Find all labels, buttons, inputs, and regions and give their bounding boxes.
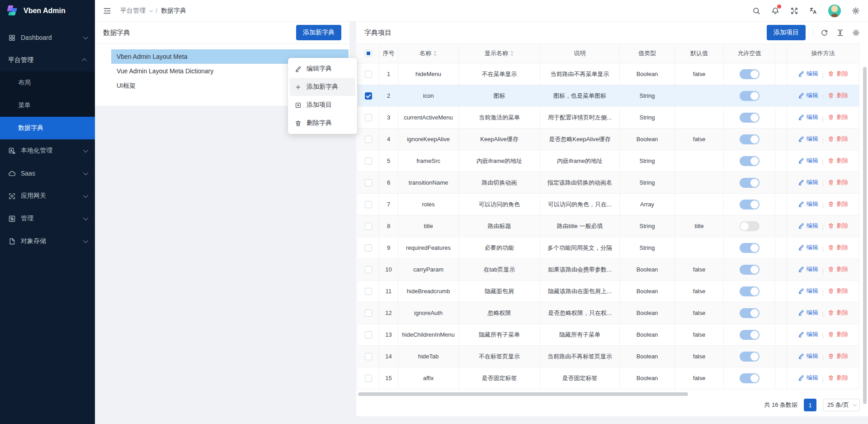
delete-button[interactable]: 删除 — [828, 374, 848, 382]
edit-button[interactable]: 编辑 — [798, 157, 818, 165]
edit-button[interactable]: 编辑 — [798, 287, 818, 295]
breadcrumb-current[interactable]: 数据字典 — [161, 7, 186, 15]
row-checkbox[interactable] — [365, 266, 372, 273]
row-checkbox[interactable] — [365, 223, 372, 230]
delete-button[interactable]: 删除 — [828, 309, 848, 317]
table-settings-icon[interactable] — [852, 29, 860, 37]
avatar[interactable] — [828, 5, 841, 17]
edit-button[interactable]: 编辑 — [798, 330, 818, 338]
select-all-checkbox[interactable] — [365, 50, 372, 57]
delete-button[interactable]: 删除 — [828, 113, 848, 121]
delete-button[interactable]: 删除 — [828, 352, 848, 360]
table-row[interactable]: 11hideBreadcrumb隐藏面包屑隐藏该路由在面包屑上...Boolea… — [358, 281, 859, 302]
vertical-scrollbar[interactable] — [863, 67, 867, 404]
edit-button[interactable]: 编辑 — [798, 113, 818, 121]
allow-empty-toggle[interactable] — [740, 178, 760, 188]
allow-empty-toggle[interactable] — [740, 113, 760, 123]
table-row[interactable]: 12ignoreAuth忽略权限是否忽略权限，只在权...Booleanfals… — [358, 302, 859, 324]
edit-button[interactable]: 编辑 — [798, 374, 818, 382]
allow-empty-toggle[interactable] — [740, 330, 760, 340]
table-row[interactable]: 4ignoreKeepAliveKeepAlive缓存是否忽略KeepAlive… — [358, 129, 859, 150]
delete-button[interactable]: 删除 — [828, 157, 848, 165]
sidebar-item-Dashboard[interactable]: Dashboard — [0, 26, 95, 49]
context-menu-item[interactable]: 编辑字典 — [290, 60, 355, 78]
sidebar-subitem-布局[interactable]: 布局 — [0, 71, 95, 94]
edit-button[interactable]: 编辑 — [798, 178, 818, 186]
table-row[interactable]: 10carryParam在tab页显示如果该路由会携带参数...Booleanf… — [358, 259, 859, 281]
add-dictionary-button[interactable]: 添加新字典 — [296, 25, 341, 40]
allow-empty-toggle[interactable] — [740, 221, 760, 231]
app-logo[interactable]: Vben Admin — [0, 0, 95, 22]
column-header-名称[interactable]: 名称 — [398, 44, 459, 63]
sidebar-item-管理[interactable]: 管理 — [0, 207, 95, 230]
sidebar-subitem-菜单[interactable]: 菜单 — [0, 94, 95, 117]
row-checkbox[interactable] — [365, 310, 372, 317]
sidebar-item-对象存储[interactable]: 对象存储 — [0, 230, 95, 252]
table-row[interactable]: 1hideMenu不在菜单显示当前路由不再菜单显示Booleanfalse编辑|… — [358, 63, 859, 85]
notification-icon[interactable] — [771, 7, 779, 15]
row-checkbox[interactable] — [365, 114, 372, 121]
edit-button[interactable]: 编辑 — [798, 200, 818, 208]
edit-button[interactable]: 编辑 — [798, 91, 818, 100]
pagination-page-1[interactable]: 1 — [804, 399, 816, 411]
sidebar-item-Saas[interactable]: Saas — [0, 162, 95, 185]
table-row[interactable]: 14hideTab不在标签页显示当前路由不再标签页显示Booleanfalse编… — [358, 346, 859, 367]
row-checkbox[interactable] — [365, 201, 372, 208]
delete-button[interactable]: 删除 — [828, 178, 848, 186]
delete-button[interactable]: 删除 — [828, 70, 848, 78]
delete-button[interactable]: 删除 — [828, 265, 848, 273]
context-menu-item[interactable]: 添加项目 — [290, 96, 355, 114]
table-row[interactable]: 8title路由标题路由title 一般必填Stringtitle编辑|删除 — [358, 215, 859, 237]
delete-button[interactable]: 删除 — [828, 330, 848, 338]
allow-empty-toggle[interactable] — [740, 243, 760, 253]
translate-icon[interactable] — [809, 7, 817, 15]
allow-empty-toggle[interactable] — [740, 373, 760, 383]
delete-button[interactable]: 删除 — [828, 91, 848, 100]
fullscreen-icon[interactable] — [790, 7, 798, 15]
edit-button[interactable]: 编辑 — [798, 222, 818, 230]
table-row[interactable]: 13hideChildrenInMenu隐藏所有子菜单隐藏所有子菜单Boolea… — [358, 324, 859, 346]
row-checkbox[interactable] — [365, 353, 372, 360]
row-checkbox[interactable] — [365, 92, 372, 100]
collapse-sidebar-icon[interactable] — [103, 7, 111, 15]
delete-button[interactable]: 删除 — [828, 135, 848, 143]
allow-empty-toggle[interactable] — [740, 286, 760, 296]
table-row[interactable]: 15affix是否固定标签是否固定标签Booleanfalse编辑|删除 — [358, 367, 859, 389]
column-height-icon[interactable] — [836, 29, 844, 37]
add-item-button[interactable]: 添加项目 — [767, 25, 806, 40]
edit-button[interactable]: 编辑 — [798, 352, 818, 360]
page-size-select[interactable]: 25 条/页 — [823, 399, 860, 411]
edit-button[interactable]: 编辑 — [798, 265, 818, 273]
row-checkbox[interactable] — [365, 375, 372, 382]
table-row[interactable]: 5frameSrc内嵌iframe的地址内嵌iframe的地址String编辑|… — [358, 150, 859, 172]
sort-carets-icon[interactable] — [510, 50, 514, 57]
table-row[interactable]: 6transitionName路由切换动画指定该路由切换的动画名String编辑… — [358, 172, 859, 194]
edit-button[interactable]: 编辑 — [798, 135, 818, 143]
allow-empty-toggle[interactable] — [740, 308, 760, 318]
sidebar-item-本地化管理[interactable]: 本地化管理 — [0, 139, 95, 162]
allow-empty-toggle[interactable] — [740, 91, 760, 101]
allow-empty-toggle[interactable] — [740, 69, 760, 79]
delete-button[interactable]: 删除 — [828, 287, 848, 295]
row-checkbox[interactable] — [365, 136, 372, 143]
allow-empty-toggle[interactable] — [740, 156, 760, 166]
row-checkbox[interactable] — [365, 71, 372, 78]
table-row[interactable]: 9requiredFeatures必要的功能多个功能间用英文，分隔String编… — [358, 237, 859, 259]
sidebar-subitem-数据字典[interactable]: 数据字典 — [0, 117, 95, 139]
context-menu-item[interactable]: 删除字典 — [290, 114, 355, 132]
row-checkbox[interactable] — [365, 179, 372, 186]
settings-icon[interactable] — [852, 7, 860, 15]
breadcrumb-parent[interactable]: 平台管理 — [120, 7, 146, 15]
row-checkbox[interactable] — [365, 288, 372, 295]
edit-button[interactable]: 编辑 — [798, 243, 818, 252]
table-row[interactable]: 2icon图标图标，也是菜单图标String编辑|删除 — [358, 85, 859, 107]
sort-carets-icon[interactable] — [433, 50, 437, 57]
row-checkbox[interactable] — [365, 244, 372, 252]
context-menu-item[interactable]: 添加新字典 — [290, 78, 355, 96]
allow-empty-toggle[interactable] — [740, 200, 760, 210]
delete-button[interactable]: 删除 — [828, 200, 848, 208]
edit-button[interactable]: 编辑 — [798, 309, 818, 317]
allow-empty-toggle[interactable] — [740, 134, 760, 144]
refresh-icon[interactable] — [821, 29, 828, 37]
table-row[interactable]: 7roles可以访问的角色可以访问的角色，只在...Array编辑|删除 — [358, 194, 859, 215]
